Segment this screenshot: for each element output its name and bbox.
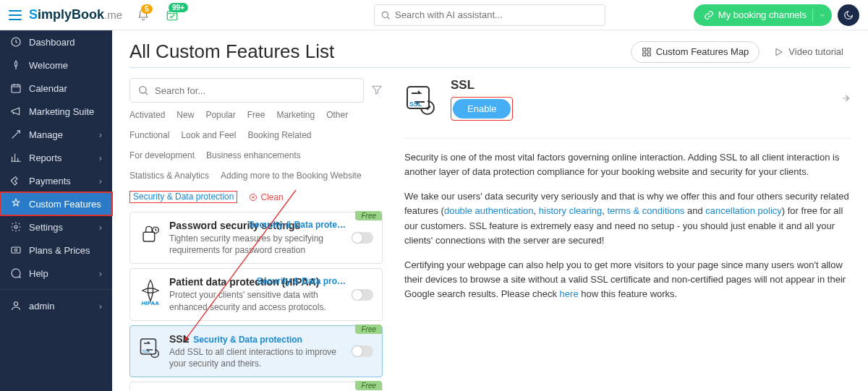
detail-paragraph: We take our users' data security very se…	[404, 189, 851, 248]
sidebar-item-welcome[interactable]: Welcome	[0, 53, 112, 77]
notification-count-badge: 5	[141, 4, 153, 14]
theme-toggle[interactable]	[838, 4, 859, 26]
chevron-right-icon: ›	[99, 222, 102, 233]
sidebar-label: Manage	[29, 129, 63, 140]
moon-icon	[843, 10, 854, 20]
sidebar-label: Marketing Suite	[29, 106, 94, 117]
filter-tag[interactable]: Marketing	[276, 110, 315, 120]
sidebar-item-custom-features[interactable]: Custom Features	[0, 192, 112, 215]
sidebar-label: Welcome	[29, 60, 68, 71]
svg-rect-3	[12, 85, 20, 93]
lock-settings-icon	[136, 220, 165, 249]
filter-tag-active[interactable]: Security & Data protection	[129, 191, 237, 203]
svg-rect-5	[12, 247, 20, 253]
chevron-right-icon: ›	[99, 176, 102, 186]
filter-tag[interactable]: Other	[326, 110, 348, 120]
sidebar-label: Plans & Prices	[29, 245, 90, 256]
filter-tag[interactable]: Look and Feel	[181, 130, 236, 140]
sidebar-label: Payments	[29, 176, 71, 186]
bookings-icon[interactable]: 99+	[166, 9, 179, 22]
filter-tag[interactable]: Activated	[129, 110, 165, 120]
link-terms[interactable]: terms & conditions	[607, 205, 684, 216]
sidebar-item-dashboard[interactable]: Dashboard	[0, 30, 112, 53]
detail-paragraph: Certifying your webpage can also help yo…	[404, 258, 851, 301]
clean-filters[interactable]: Clean	[249, 191, 283, 203]
free-badge: Free	[355, 211, 382, 220]
link-cancellation[interactable]: cancellation policy	[705, 205, 782, 216]
features-search[interactable]	[129, 78, 364, 103]
feature-title: SSL	[169, 333, 189, 345]
booking-channels-label: My booking channels	[718, 9, 807, 20]
feature-card-password[interactable]: Free Password security settings Security…	[129, 212, 383, 264]
filter-tag[interactable]: Functional	[129, 130, 169, 140]
link-history-clearing[interactable]: history clearing	[539, 205, 602, 216]
feature-card-google-auth[interactable]: Free Google AuthenticatorSecurity & Data…	[129, 382, 383, 391]
brand-logo[interactable]: SimplyBook.me	[29, 7, 122, 22]
chevron-right-icon: ›	[99, 268, 102, 279]
feature-toggle[interactable]	[352, 345, 373, 357]
sidebar-item-manage[interactable]: Manage ›	[0, 123, 112, 146]
svg-point-7	[14, 302, 17, 306]
svg-rect-14	[143, 232, 155, 241]
ssl-detail-icon: SSL	[404, 82, 439, 117]
filter-tag[interactable]: Free	[247, 110, 265, 120]
enable-button[interactable]: Enable	[453, 99, 511, 119]
clean-label: Clean	[260, 192, 283, 202]
sidebar-item-calendar[interactable]: Calendar	[0, 77, 112, 100]
play-icon	[774, 47, 784, 57]
svg-rect-0	[167, 11, 177, 20]
filter-tag[interactable]: Business enhancements	[206, 150, 301, 160]
filter-icon[interactable]	[371, 84, 383, 98]
enable-button-highlight: Enable	[451, 97, 513, 121]
page-title: All Custom Features List	[129, 40, 334, 63]
sidebar-item-marketing[interactable]: Marketing Suite	[0, 100, 112, 123]
svg-rect-10	[642, 53, 645, 56]
ssl-icon: SSL	[136, 333, 165, 362]
collapse-icon[interactable]	[839, 93, 851, 106]
feature-category: Security & Data pro…	[257, 276, 346, 286]
filter-tag[interactable]: For development	[129, 150, 195, 160]
feature-toggle[interactable]	[352, 232, 373, 244]
video-tutorial-button[interactable]: Video tutorial	[767, 41, 851, 63]
feature-card-ssl[interactable]: Free SSL SSLSecurity & Data protection A…	[129, 325, 383, 377]
svg-rect-11	[647, 53, 650, 56]
filter-tag[interactable]: Statistics & Analytics	[129, 171, 209, 181]
menu-toggle[interactable]	[9, 10, 22, 20]
notifications-bell[interactable]: 5	[137, 9, 150, 22]
booking-channels-button[interactable]: My booking channels	[694, 4, 832, 26]
sidebar-label: Help	[29, 268, 48, 279]
link-icon	[704, 10, 714, 20]
link-double-auth[interactable]: double authentication	[444, 205, 534, 216]
sidebar-item-help[interactable]: Help ›	[0, 262, 112, 285]
global-search[interactable]	[374, 4, 605, 26]
search-icon	[137, 85, 149, 96]
detail-description: Security is one of the most vital factor…	[404, 150, 851, 301]
free-badge: Free	[355, 325, 382, 334]
feature-desc: Protect your clients' sensitive data wit…	[169, 289, 343, 312]
features-search-input[interactable]	[155, 85, 356, 96]
button-label: Custom Features Map	[656, 46, 749, 57]
svg-rect-8	[642, 48, 645, 51]
svg-text:SSL: SSL	[142, 349, 151, 353]
sidebar-item-plans[interactable]: Plans & Prices	[0, 239, 112, 262]
sidebar-item-payments[interactable]: Payments ›	[0, 169, 112, 192]
filter-tag[interactable]: Adding more to the Booking Website	[221, 171, 362, 181]
filter-tag[interactable]: New	[176, 110, 194, 120]
grid-icon	[642, 47, 652, 57]
feature-category: Security & Data protection	[193, 335, 302, 345]
filter-tag[interactable]: Booking Related	[247, 130, 311, 140]
features-map-button[interactable]: Custom Features Map	[631, 41, 760, 63]
feature-card-hipaa[interactable]: HIPAA Patient data protection (HIPAA) Se…	[129, 268, 383, 320]
sidebar-label: admin	[29, 301, 54, 311]
feature-desc: Tighten security measures by specifying …	[169, 233, 343, 256]
sidebar-item-admin[interactable]: admin ›	[0, 294, 112, 317]
sidebar-item-reports[interactable]: Reports ›	[0, 146, 112, 169]
sidebar-label: Reports	[29, 152, 62, 163]
search-icon	[380, 10, 391, 20]
sidebar-label: Settings	[29, 222, 63, 233]
filter-tag[interactable]: Popular	[205, 110, 235, 120]
link-here[interactable]: here	[560, 288, 579, 299]
global-search-input[interactable]	[395, 9, 599, 20]
sidebar-item-settings[interactable]: Settings ›	[0, 215, 112, 239]
feature-toggle[interactable]	[352, 289, 373, 301]
